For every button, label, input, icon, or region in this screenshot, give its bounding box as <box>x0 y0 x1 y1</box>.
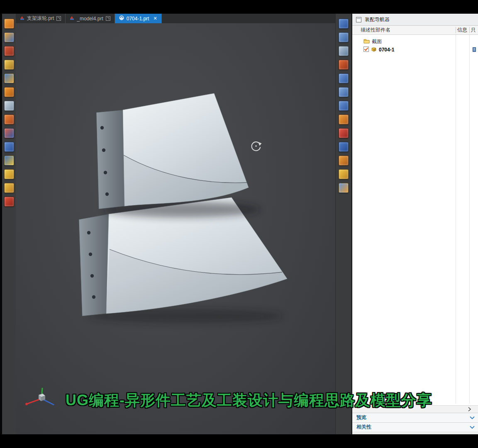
assembly-navigator-icon <box>356 17 361 22</box>
blue-cube-icon[interactable] <box>4 142 14 152</box>
amber-corner-icon[interactable] <box>4 183 14 193</box>
tree-row-label: 截面 <box>372 38 382 45</box>
tab-file-1[interactable]: 支架滚轮.prt <box>16 14 66 23</box>
video-caption-title: UG编程-异形件工艺及工装设计与编程思路及模型分享 <box>66 390 432 411</box>
tree-column-line <box>469 35 470 404</box>
graphics-scene <box>16 23 335 434</box>
part-node-icon <box>371 46 377 53</box>
column-read-only-clipped[interactable]: 只 <box>471 27 478 34</box>
red-gem-icon[interactable] <box>339 128 349 138</box>
section-preview[interactable]: 预览 <box>352 413 478 422</box>
assembly-navigator-panel: 装配导航器 描述性部件名 信息 只 <box>351 14 478 434</box>
tree-column-line <box>456 35 456 404</box>
tab-close-icon[interactable]: ✕ <box>153 16 157 21</box>
chevron-down-icon <box>470 415 475 421</box>
nx-application-window: 支架滚轮.prt _model4.prt 0704-1.prt ✕ <box>0 14 478 434</box>
orange-monitor-icon[interactable] <box>339 156 349 166</box>
orange-grid-block-icon[interactable] <box>4 19 14 29</box>
section-label: 预览 <box>356 414 366 421</box>
letterbox-top <box>0 0 478 14</box>
orange-lattice-box-icon[interactable] <box>4 87 14 97</box>
column-divider[interactable] <box>456 27 456 33</box>
gold-lamp-icon[interactable] <box>339 169 349 179</box>
blue-bolt-icon[interactable] <box>339 87 349 97</box>
navigator-title-bar: 装配导航器 <box>352 14 478 26</box>
steel-cube-icon[interactable] <box>4 101 14 111</box>
blue-plate-grid-icon[interactable] <box>339 32 349 42</box>
blue-gold-tool-icon[interactable] <box>4 156 14 166</box>
navigator-column-header: 描述性部件名 信息 只 <box>352 26 478 35</box>
rotate-cursor-icon <box>252 142 262 151</box>
panel-footer <box>352 431 478 434</box>
red-stacked-plates-icon[interactable] <box>4 46 14 56</box>
checkbox-checked-icon[interactable] <box>363 46 369 53</box>
red-arrow-box-icon[interactable] <box>4 128 14 138</box>
tab-bar: 支架滚轮.prt _model4.prt 0704-1.prt ✕ <box>16 14 335 24</box>
tab-file-2[interactable]: _model4.prt <box>66 14 115 23</box>
chevron-down-icon <box>470 424 475 430</box>
tab-undock-icon[interactable] <box>56 16 61 21</box>
right-toolbar <box>335 14 351 434</box>
tab-label: 0704-1.prt <box>127 16 149 22</box>
letterbox-bottom <box>0 434 478 448</box>
magnifier-part-icon[interactable] <box>339 46 349 56</box>
gold-sheet-icon[interactable] <box>4 169 14 179</box>
blue-coil-icon[interactable] <box>339 101 349 111</box>
column-info[interactable]: 信息 <box>457 27 467 34</box>
section-relevance[interactable]: 相关性 <box>352 422 478 431</box>
view-triad[interactable] <box>25 388 54 405</box>
blue-gold-block-icon[interactable] <box>4 73 14 83</box>
tab-label: _model4.prt <box>77 16 103 22</box>
navigator-tree: 截面 <box>352 35 478 404</box>
orange-scan-icon[interactable] <box>339 60 349 70</box>
row-info-icon <box>473 47 476 52</box>
orange-blue-box-icon[interactable] <box>4 32 14 42</box>
tree-row-part-0704-1[interactable]: 0704-1 <box>352 46 478 54</box>
part-file-icon <box>20 16 24 22</box>
orange-stack-icon[interactable] <box>339 114 349 124</box>
active-part-file-icon <box>119 15 124 22</box>
navigator-title: 装配导航器 <box>365 16 390 23</box>
column-divider[interactable] <box>469 27 470 33</box>
tree-row-sections-folder[interactable]: 截面 <box>352 38 478 46</box>
viewport-canvas[interactable] <box>16 23 335 434</box>
orange-wedge-icon[interactable] <box>4 114 14 124</box>
part-body-top[interactable] <box>96 93 249 209</box>
section-label: 相关性 <box>356 424 371 431</box>
blue-shelf-icon[interactable] <box>339 19 349 29</box>
tab-file-3-active[interactable]: 0704-1.prt ✕ <box>115 14 162 23</box>
video-frame: 支架滚轮.prt _model4.prt 0704-1.prt ✕ <box>0 0 478 448</box>
red-pyramid-icon[interactable] <box>4 197 14 207</box>
column-descriptive-part-name[interactable]: 描述性部件名 <box>352 27 390 34</box>
gold-sphere-icon[interactable] <box>4 60 14 70</box>
blue-book-icon[interactable] <box>339 142 349 152</box>
part-file-icon <box>70 16 74 22</box>
blue-jar-icon[interactable] <box>339 183 349 193</box>
folder-icon <box>363 39 370 45</box>
tab-label: 支架滚轮.prt <box>27 15 54 22</box>
tree-row-label: 0704-1 <box>379 47 394 53</box>
blue-cylinder-icon[interactable] <box>339 73 349 83</box>
scroll-right-arrow[interactable] <box>466 406 473 412</box>
left-toolbar <box>2 19 16 207</box>
tab-undock-icon[interactable] <box>106 16 110 21</box>
